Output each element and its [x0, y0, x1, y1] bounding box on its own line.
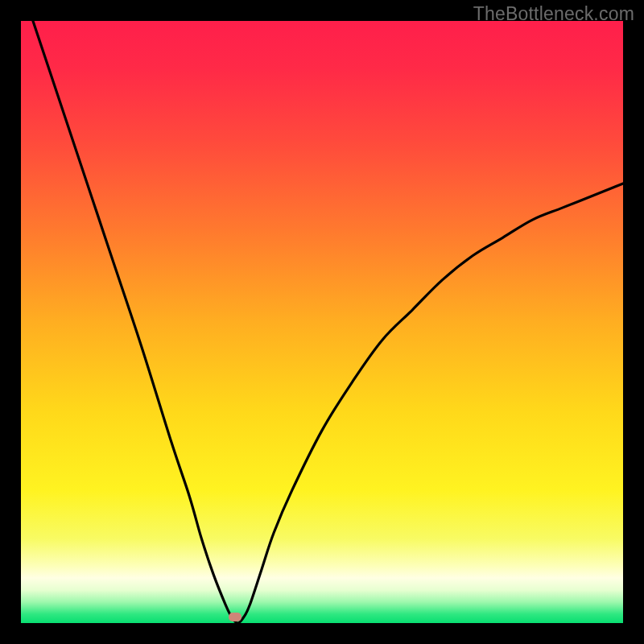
watermark-text: TheBottleneck.com: [473, 3, 634, 25]
chart-frame: [21, 21, 623, 623]
optimum-marker: [229, 613, 242, 621]
bottleneck-curve: [21, 21, 623, 623]
